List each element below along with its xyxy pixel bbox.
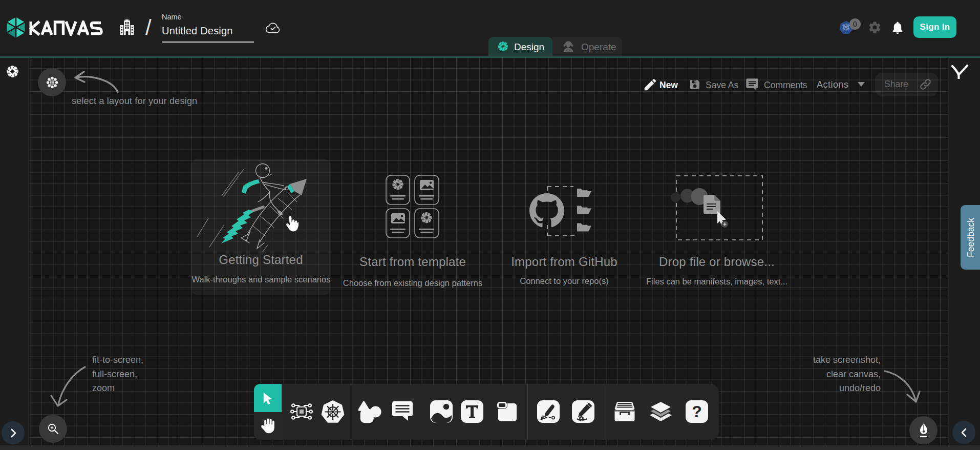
svg-text:?: ? [692,402,702,421]
